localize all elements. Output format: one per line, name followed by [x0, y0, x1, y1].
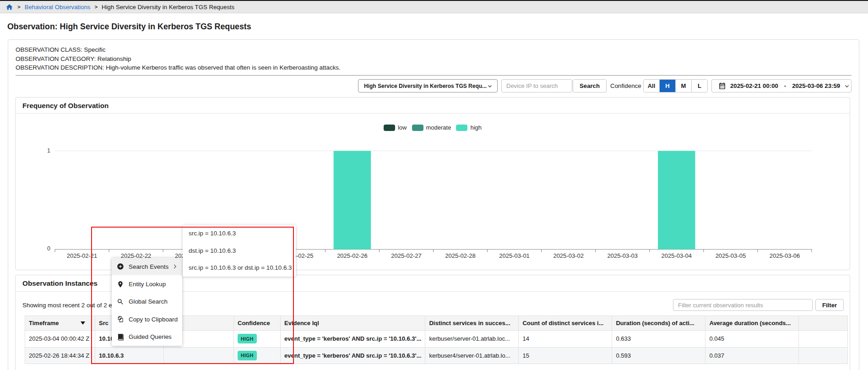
date-range-picker[interactable]: 2025-02-21 00:00 - 2025-03-06 23:59: [711, 79, 852, 92]
column-header-duration-seconds-of-acti: Duration (seconds) of acti...: [612, 316, 705, 331]
breadcrumb-link-behavioral-observations[interactable]: Behavioral Observations: [25, 4, 91, 11]
cell-confidence: HIGH: [234, 347, 281, 364]
calendar-icon: [718, 82, 726, 90]
observation-category-line: OBSERVATION CATEGORY: Relationship: [16, 54, 341, 64]
cell-count-of-distinct-services-i: 14: [519, 331, 612, 348]
cell-confidence: HIGH: [234, 331, 281, 348]
svg-text:2025-03-05: 2025-03-05: [716, 252, 746, 259]
cell-blank: [799, 347, 848, 364]
observation-description-line: OBSERVATION DESCRIPTION: High-volume Ker…: [16, 63, 341, 72]
breadcrumb-current: High Service Diversity in Kerberos TGS R…: [102, 4, 234, 11]
info-divider: [16, 75, 852, 76]
column-header-distinct-services-in-succes: Distinct services in succes...: [425, 316, 519, 331]
column-header-average-duration-seconds: Average duration (seconds...: [705, 316, 799, 331]
context-menu-item-guided-queries[interactable]: Guided Queries: [112, 328, 182, 346]
confidence-badge: HIGH: [238, 351, 257, 360]
context-menu-item-label: Guided Queries: [129, 333, 172, 340]
svg-text:0: 0: [47, 245, 50, 252]
confidence-filter-group: AllHML: [643, 79, 708, 92]
cell-blank: [164, 347, 234, 364]
context-menu-item-label: Entity Lookup: [129, 281, 166, 288]
search-icon: [117, 298, 124, 305]
breadcrumb-separator: >: [94, 4, 98, 10]
cell-duration-seconds-of-acti: 0.633: [612, 331, 705, 348]
filter-results-input[interactable]: [673, 299, 813, 311]
context-menu-item-search-events[interactable]: Search Events: [112, 258, 182, 275]
home-icon[interactable]: [5, 3, 13, 11]
screen: > Behavioral Observations > High Service…: [0, 0, 868, 370]
table-row[interactable]: 2025-02-26 18:44:34 Z10.10.6.3HIGHevent_…: [25, 347, 848, 364]
confidence-label: Confidence: [610, 82, 641, 89]
breadcrumb: > Behavioral Observations > High Service…: [0, 1, 868, 13]
cell-distinct-services-in-succes: kerbuser4/server-01.atrlab.lo...: [425, 347, 519, 364]
observation-select-value: High Service Diversity in Kerberos TGS R…: [364, 83, 487, 89]
confidence-option-all[interactable]: All: [644, 80, 660, 92]
svg-text:2025-03-02: 2025-03-02: [553, 252, 584, 259]
context-menu: Search EventsEntity LookupGlobal SearchC…: [112, 258, 182, 346]
context-menu-item-copy-to-clipboard[interactable]: Copy to Clipboard: [112, 310, 182, 328]
svg-text:1: 1: [47, 147, 50, 154]
context-menu-item-entity-lookup[interactable]: Entity Lookup: [112, 275, 182, 293]
svg-text:2025-02-26: 2025-02-26: [337, 252, 368, 259]
showing-text: Showing most recent 2 out of 2 events: [22, 302, 127, 309]
chevron-down-icon: [487, 83, 493, 89]
chevron-down-icon: [844, 83, 850, 89]
cell-duration-seconds-of-acti: 0.593: [612, 347, 705, 364]
context-menu-item-global-search[interactable]: Global Search: [112, 293, 182, 310]
frequency-bar-chart: 102025-02-212025-02-222025-02-232025-02-…: [16, 98, 851, 271]
svg-text:2025-03-06: 2025-03-06: [770, 252, 800, 259]
cell-timeframe: 2025-03-04 00:00:42 Z: [25, 331, 95, 348]
column-header-count-of-distinct-services-i: Count of distinct services i...: [519, 316, 612, 331]
svg-text:2025-02-21: 2025-02-21: [67, 252, 98, 259]
confidence-option-h[interactable]: H: [660, 80, 676, 92]
cell-evidence-iql: event_type = 'kerberos' AND src.ip = '10…: [281, 347, 425, 364]
context-submenu: src.ip = 10.10.6.3dst.ip = 10.10.6.3src.…: [183, 225, 296, 277]
frequency-chart-card: Frequency of Observation lowmoderatehigh…: [15, 97, 850, 270]
svg-text:2025-02-28: 2025-02-28: [445, 252, 476, 259]
page-title: Observation: High Service Diversity in K…: [7, 22, 251, 32]
svg-text:2025-03-04: 2025-03-04: [662, 252, 692, 259]
cell-average-duration-seconds: 0.037: [705, 347, 799, 364]
chevron-right-icon: [172, 263, 178, 270]
svg-text:2025-03-01: 2025-03-01: [499, 252, 530, 259]
context-submenu-option-2[interactable]: dst.ip = 10.10.6.3: [183, 242, 296, 260]
breadcrumb-separator: >: [17, 4, 21, 10]
sort-descending-icon[interactable]: [81, 321, 85, 325]
observation-class-line: OBSERVATION CLASS: Specific: [16, 45, 341, 54]
column-header-evidence-iql: Evidence Iql: [281, 316, 425, 331]
cell-src: 10.10.6.3: [95, 347, 164, 364]
device-ip-search-input[interactable]: [501, 79, 572, 92]
context-submenu-option-1[interactable]: src.ip = 10.10.6.3: [183, 225, 296, 242]
context-menu-item-label: Copy to Clipboard: [129, 316, 178, 323]
column-header-timeframe[interactable]: Timeframe: [25, 316, 95, 331]
pin-icon: [117, 281, 124, 288]
confidence-option-m[interactable]: M: [676, 80, 692, 92]
add-circle-icon: [117, 263, 124, 270]
observation-info: OBSERVATION CLASS: Specific OBSERVATION …: [16, 45, 341, 72]
context-menu-item-label: Search Events: [129, 263, 168, 270]
date-range-end: 2025-03-06 23:59: [792, 82, 840, 89]
column-header-blank: [799, 316, 848, 331]
svg-text:2025-02-27: 2025-02-27: [391, 252, 422, 259]
cell-timeframe: 2025-02-26 18:44:34 Z: [25, 347, 95, 364]
context-submenu-option-3[interactable]: src.ip = 10.10.6.3 or dst.ip = 10.10.6.3: [183, 259, 296, 277]
date-range-start: 2025-02-21 00:00: [730, 82, 778, 89]
cell-average-duration-seconds: 0.045: [705, 331, 799, 348]
date-range-separator: -: [782, 82, 788, 89]
confidence-badge: HIGH: [238, 334, 257, 343]
column-header-confidence: Confidence: [234, 316, 281, 331]
cell-distinct-services-in-succes: kerbuser/server-01.atrlab.loc...: [425, 331, 519, 348]
context-menu-item-label: Global Search: [129, 298, 168, 305]
observation-select[interactable]: High Service Diversity in Kerberos TGS R…: [358, 79, 498, 92]
search-button[interactable]: Search: [573, 79, 607, 92]
copy-icon: [117, 316, 124, 323]
svg-text:2025-03-03: 2025-03-03: [607, 252, 638, 259]
filter-button[interactable]: Filter: [815, 299, 844, 311]
instances-title: Observation Instances: [22, 279, 98, 288]
cell-evidence-iql: event_type = 'kerberos' AND src.ip = '10…: [281, 331, 425, 348]
cell-count-of-distinct-services-i: 15: [519, 347, 612, 364]
book-icon: [117, 333, 124, 341]
cell-blank: [799, 331, 848, 348]
confidence-option-l[interactable]: L: [692, 80, 707, 92]
